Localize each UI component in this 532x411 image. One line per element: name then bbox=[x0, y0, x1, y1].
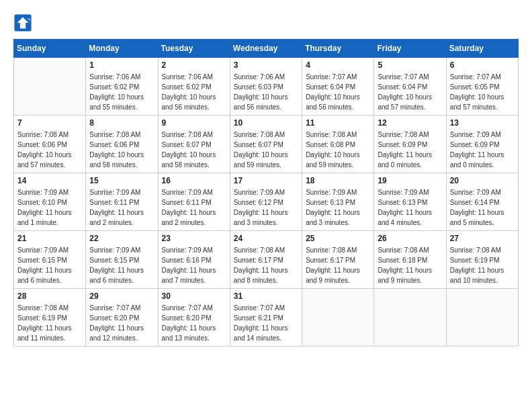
day-info: Sunrise: 7:08 AMSunset: 6:19 PMDaylight:… bbox=[17, 303, 82, 343]
day-info: Sunrise: 7:09 AMSunset: 6:15 PMDaylight:… bbox=[89, 245, 154, 285]
day-number: 11 bbox=[306, 118, 370, 128]
calendar-day-cell: 31Sunrise: 7:07 AMSunset: 6:21 PMDayligh… bbox=[230, 289, 302, 347]
day-info: Sunrise: 7:09 AMSunset: 6:14 PMDaylight:… bbox=[450, 187, 515, 228]
day-number: 5 bbox=[378, 60, 442, 70]
day-number: 23 bbox=[162, 234, 226, 243]
day-info: Sunrise: 7:09 AMSunset: 6:13 PMDaylight:… bbox=[378, 187, 442, 228]
day-info: Sunrise: 7:09 AMSunset: 6:16 PMDaylight:… bbox=[162, 245, 226, 285]
day-info: Sunrise: 7:06 AMSunset: 6:02 PMDaylight:… bbox=[162, 72, 226, 112]
calendar-day-cell: 16Sunrise: 7:09 AMSunset: 6:11 PMDayligh… bbox=[158, 173, 230, 231]
day-info: Sunrise: 7:09 AMSunset: 6:11 PMDaylight:… bbox=[89, 187, 154, 228]
calendar-day-cell: 25Sunrise: 7:08 AMSunset: 6:17 PMDayligh… bbox=[302, 231, 374, 289]
calendar-day-cell: 26Sunrise: 7:08 AMSunset: 6:18 PMDayligh… bbox=[374, 231, 446, 289]
calendar-day-cell bbox=[302, 289, 374, 347]
weekday-monday: Monday bbox=[86, 40, 158, 58]
weekday-saturday: Saturday bbox=[446, 40, 518, 58]
day-number: 30 bbox=[162, 291, 226, 301]
calendar-day-cell: 18Sunrise: 7:09 AMSunset: 6:13 PMDayligh… bbox=[302, 173, 374, 231]
calendar-day-cell: 11Sunrise: 7:08 AMSunset: 6:08 PMDayligh… bbox=[302, 116, 374, 173]
day-number: 1 bbox=[89, 60, 154, 70]
calendar-day-cell: 1Sunrise: 7:06 AMSunset: 6:02 PMDaylight… bbox=[86, 58, 158, 116]
day-number: 3 bbox=[234, 60, 298, 70]
day-number: 24 bbox=[234, 234, 298, 243]
day-info: Sunrise: 7:07 AMSunset: 6:21 PMDaylight:… bbox=[234, 303, 298, 343]
day-info: Sunrise: 7:06 AMSunset: 6:02 PMDaylight:… bbox=[89, 72, 154, 112]
calendar-day-cell: 9Sunrise: 7:08 AMSunset: 6:07 PMDaylight… bbox=[158, 116, 230, 173]
weekday-thursday: Thursday bbox=[302, 40, 374, 58]
calendar-body: 1Sunrise: 7:06 AMSunset: 6:02 PMDaylight… bbox=[14, 58, 519, 347]
calendar-day-cell: 3Sunrise: 7:06 AMSunset: 6:03 PMDaylight… bbox=[230, 58, 302, 116]
day-info: Sunrise: 7:08 AMSunset: 6:07 PMDaylight:… bbox=[162, 130, 226, 170]
day-info: Sunrise: 7:09 AMSunset: 6:13 PMDaylight:… bbox=[306, 187, 370, 228]
calendar-week-3: 14Sunrise: 7:09 AMSunset: 6:10 PMDayligh… bbox=[14, 173, 519, 231]
day-number: 26 bbox=[378, 234, 442, 243]
day-info: Sunrise: 7:08 AMSunset: 6:17 PMDaylight:… bbox=[234, 245, 298, 285]
day-info: Sunrise: 7:08 AMSunset: 6:09 PMDaylight:… bbox=[378, 130, 442, 170]
day-number: 10 bbox=[234, 118, 298, 128]
day-number: 19 bbox=[378, 176, 442, 185]
day-info: Sunrise: 7:09 AMSunset: 6:09 PMDaylight:… bbox=[450, 130, 515, 170]
weekday-wednesday: Wednesday bbox=[230, 40, 302, 58]
day-number: 2 bbox=[162, 60, 226, 70]
page-header bbox=[13, 13, 519, 32]
logo-icon bbox=[13, 13, 32, 32]
calendar-header: SundayMondayTuesdayWednesdayThursdayFrid… bbox=[14, 40, 519, 58]
calendar-day-cell: 28Sunrise: 7:08 AMSunset: 6:19 PMDayligh… bbox=[14, 289, 86, 347]
calendar-day-cell: 30Sunrise: 7:07 AMSunset: 6:20 PMDayligh… bbox=[158, 289, 230, 347]
day-info: Sunrise: 7:08 AMSunset: 6:17 PMDaylight:… bbox=[306, 245, 370, 285]
day-info: Sunrise: 7:07 AMSunset: 6:04 PMDaylight:… bbox=[378, 72, 442, 112]
calendar-day-cell bbox=[446, 289, 518, 347]
calendar-day-cell: 17Sunrise: 7:09 AMSunset: 6:12 PMDayligh… bbox=[230, 173, 302, 231]
day-number: 18 bbox=[306, 176, 370, 185]
day-info: Sunrise: 7:08 AMSunset: 6:06 PMDaylight:… bbox=[17, 130, 82, 170]
calendar-day-cell: 24Sunrise: 7:08 AMSunset: 6:17 PMDayligh… bbox=[230, 231, 302, 289]
day-number: 31 bbox=[234, 291, 298, 301]
calendar-day-cell bbox=[374, 289, 446, 347]
day-number: 7 bbox=[17, 118, 82, 128]
day-info: Sunrise: 7:08 AMSunset: 6:06 PMDaylight:… bbox=[89, 130, 154, 170]
day-number: 22 bbox=[89, 234, 154, 243]
day-info: Sunrise: 7:08 AMSunset: 6:18 PMDaylight:… bbox=[378, 245, 442, 285]
day-number: 16 bbox=[162, 176, 226, 185]
calendar-day-cell: 5Sunrise: 7:07 AMSunset: 6:04 PMDaylight… bbox=[374, 58, 446, 116]
day-info: Sunrise: 7:06 AMSunset: 6:03 PMDaylight:… bbox=[234, 72, 298, 112]
day-info: Sunrise: 7:09 AMSunset: 6:10 PMDaylight:… bbox=[17, 187, 82, 228]
calendar-day-cell: 15Sunrise: 7:09 AMSunset: 6:11 PMDayligh… bbox=[86, 173, 158, 231]
calendar-table: SundayMondayTuesdayWednesdayThursdayFrid… bbox=[13, 39, 519, 347]
day-number: 29 bbox=[89, 291, 154, 301]
calendar-day-cell bbox=[14, 58, 86, 116]
calendar-day-cell: 8Sunrise: 7:08 AMSunset: 6:06 PMDaylight… bbox=[86, 116, 158, 173]
calendar-day-cell: 22Sunrise: 7:09 AMSunset: 6:15 PMDayligh… bbox=[86, 231, 158, 289]
weekday-header-row: SundayMondayTuesdayWednesdayThursdayFrid… bbox=[14, 40, 519, 58]
day-number: 17 bbox=[234, 176, 298, 185]
day-number: 6 bbox=[450, 60, 515, 70]
calendar-day-cell: 29Sunrise: 7:07 AMSunset: 6:20 PMDayligh… bbox=[86, 289, 158, 347]
calendar-week-1: 1Sunrise: 7:06 AMSunset: 6:02 PMDaylight… bbox=[14, 58, 519, 116]
calendar-day-cell: 27Sunrise: 7:08 AMSunset: 6:19 PMDayligh… bbox=[446, 231, 518, 289]
calendar-day-cell: 23Sunrise: 7:09 AMSunset: 6:16 PMDayligh… bbox=[158, 231, 230, 289]
calendar-week-2: 7Sunrise: 7:08 AMSunset: 6:06 PMDaylight… bbox=[14, 116, 519, 173]
day-info: Sunrise: 7:08 AMSunset: 6:08 PMDaylight:… bbox=[306, 130, 370, 170]
day-info: Sunrise: 7:08 AMSunset: 6:07 PMDaylight:… bbox=[234, 130, 298, 170]
calendar-day-cell: 10Sunrise: 7:08 AMSunset: 6:07 PMDayligh… bbox=[230, 116, 302, 173]
day-number: 14 bbox=[17, 176, 82, 185]
calendar-day-cell: 19Sunrise: 7:09 AMSunset: 6:13 PMDayligh… bbox=[374, 173, 446, 231]
day-info: Sunrise: 7:07 AMSunset: 6:20 PMDaylight:… bbox=[89, 303, 154, 343]
day-info: Sunrise: 7:09 AMSunset: 6:11 PMDaylight:… bbox=[162, 187, 226, 228]
calendar-day-cell: 4Sunrise: 7:07 AMSunset: 6:04 PMDaylight… bbox=[302, 58, 374, 116]
day-number: 9 bbox=[162, 118, 226, 128]
day-info: Sunrise: 7:09 AMSunset: 6:15 PMDaylight:… bbox=[17, 245, 82, 285]
day-number: 21 bbox=[17, 234, 82, 243]
calendar-day-cell: 7Sunrise: 7:08 AMSunset: 6:06 PMDaylight… bbox=[14, 116, 86, 173]
day-info: Sunrise: 7:07 AMSunset: 6:04 PMDaylight:… bbox=[306, 72, 370, 112]
weekday-friday: Friday bbox=[374, 40, 446, 58]
calendar-day-cell: 14Sunrise: 7:09 AMSunset: 6:10 PMDayligh… bbox=[14, 173, 86, 231]
calendar-day-cell: 20Sunrise: 7:09 AMSunset: 6:14 PMDayligh… bbox=[446, 173, 518, 231]
day-number: 27 bbox=[450, 234, 515, 243]
calendar-day-cell: 6Sunrise: 7:07 AMSunset: 6:05 PMDaylight… bbox=[446, 58, 518, 116]
day-number: 20 bbox=[450, 176, 515, 185]
day-number: 12 bbox=[378, 118, 442, 128]
day-number: 13 bbox=[450, 118, 515, 128]
weekday-sunday: Sunday bbox=[14, 40, 86, 58]
calendar-day-cell: 12Sunrise: 7:08 AMSunset: 6:09 PMDayligh… bbox=[374, 116, 446, 173]
